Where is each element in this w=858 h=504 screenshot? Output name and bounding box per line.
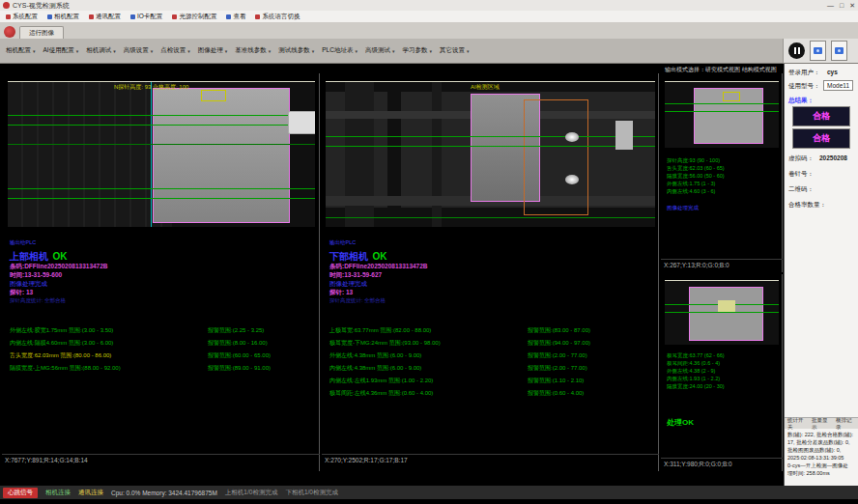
upper-camera-message: 上相机1/0检测完成: [225, 489, 278, 497]
menu-item-label: 系统配置: [13, 13, 38, 21]
tool-label: 相机配置: [6, 46, 31, 55]
alarm-range: 报警范围:(2.00 - 77.00): [528, 364, 587, 373]
heartbeat-badge: 心跳信号: [3, 488, 38, 498]
menu-item-icon: [226, 14, 231, 19]
tool-label: 高级测试: [365, 46, 390, 55]
menu-item-io-config[interactable]: IO卡配置: [130, 13, 162, 21]
measurement-row: 极耳宽度-下MG:24mm 范围:(93.00 - 98.00)报警范围:(94…: [329, 339, 656, 351]
measurement-value: 外侧左线:4.38 (2 - 9): [667, 367, 725, 375]
menu-item-icon: [130, 14, 135, 19]
camera-name: 上部相机: [10, 251, 48, 262]
chevron-down-icon: ▾: [33, 48, 36, 54]
tool-label: 图像处理: [198, 46, 223, 55]
tool-camera-debug[interactable]: 相机调试▾: [86, 46, 116, 55]
chevron-down-icon: ▾: [392, 48, 395, 54]
camera-image-side-2[interactable]: [665, 280, 779, 345]
measurement-value: 极耳宽度:63.77 (62 - 66): [667, 351, 725, 359]
toggle-stats[interactable]: 统计开关: [787, 417, 808, 431]
menu-item-light-config[interactable]: 光源控制配置: [172, 13, 216, 21]
camera-view-side-1[interactable]: 探针高度:93 (90 - 100) 舌头宽度:62.03 (60 - 65) …: [661, 73, 783, 272]
camera-image-left[interactable]: N探针高度: 93 合格高度: 100: [8, 81, 315, 227]
menu-item-comm-config[interactable]: 通讯配置: [89, 13, 121, 21]
menu-item-label: 相机配置: [54, 13, 79, 21]
tool-label: 基准线参数: [235, 46, 267, 55]
process-status-text: 图像处理完成: [667, 205, 699, 211]
tool-label: 相机调试: [86, 46, 111, 55]
camera-image-side-1[interactable]: [665, 81, 779, 148]
menu-item-view[interactable]: 查看: [226, 13, 245, 21]
pause-button[interactable]: [788, 42, 805, 59]
menu-bar: 系统配置 相机配置 通讯配置 IO卡配置 光源控制配置 查看 系统语言切换: [0, 11, 858, 23]
measurement-row: 极耳间距:左线4.36mm 范围:(0.60 - 4.00)报警范围:(0.60…: [329, 389, 656, 402]
barcode-text: 条码:DFFline2025020813313472B: [10, 263, 108, 271]
orange-roi-box: [524, 99, 588, 215]
side-measurements: 极耳宽度:63.77 (62 - 66) 极耳间距:4.36 (0.6 - 4)…: [667, 351, 725, 390]
camera-icon: [814, 47, 822, 54]
app-logo-icon: [3, 2, 10, 9]
highlight-blob: [718, 300, 735, 312]
tool-image-process[interactable]: 图像处理▾: [198, 46, 228, 55]
plc-output-label: 输出给PLC: [10, 239, 36, 246]
model-value-box[interactable]: Mode11: [823, 80, 853, 91]
toggle-record[interactable]: 横排记录: [836, 417, 856, 431]
maximize-button[interactable]: □: [840, 2, 844, 10]
tool-learn-params[interactable]: 学习参数▾: [402, 46, 432, 55]
camera-1-button[interactable]: [810, 41, 826, 61]
tool-camera-config[interactable]: 相机配置▾: [6, 46, 36, 55]
alarm-range: 报警范围:(83.00 - 87.00): [528, 326, 590, 335]
minimize-button[interactable]: —: [827, 2, 834, 10]
toggle-batch[interactable]: 批量显示: [812, 417, 832, 431]
side-measurements: 探针高度:93 (90 - 100) 舌头宽度:62.03 (60 - 65) …: [667, 156, 725, 195]
measurement-value: 极耳间距:4.36 (0.6 - 4): [667, 359, 725, 367]
tool-label: 测试线参数: [278, 46, 310, 55]
window-title: CYS-视觉检测系统: [13, 1, 70, 11]
app-window: CYS-视觉检测系统 — □ ✕ 系统配置 相机配置 通讯配置 IO卡配置 光源…: [0, 0, 858, 504]
menu-item-icon: [47, 14, 52, 19]
code-label: 虚拟码：: [788, 154, 814, 163]
menu-item-icon: [6, 14, 11, 19]
result-line: 上部相机 OK: [10, 246, 67, 264]
tool-baseline-params[interactable]: 基准线参数▾: [235, 46, 271, 55]
stats-line: 2025:02:08-13:31:39:05: [787, 454, 857, 462]
tool-ai-config[interactable]: AI使用配置▾: [43, 46, 79, 55]
camera-link-status: 相机连接: [45, 489, 71, 497]
pixel-coords-readout: X:270;Y:2502;R:17;G:17;B:17: [322, 454, 659, 463]
menu-item-label: 系统语言切换: [262, 13, 300, 21]
alarm-range: 报警范围:(8.00 - 16.00): [208, 339, 268, 348]
panel-toggle-strip: 统计开关 批量显示 横排记录: [785, 417, 858, 429]
measurement-row: 内侧左线:隔膜4.60mm 范围:(3.00 - 6.00)报警范围:(8.00…: [10, 339, 317, 351]
tool-plc-address[interactable]: PLC地址表▾: [322, 46, 358, 55]
stats-line: 17, 批检分差废品数(辅): 0,: [787, 438, 857, 446]
tool-advanced-test[interactable]: 高级测试▾: [365, 46, 395, 55]
part-region-overlay: [689, 287, 763, 341]
close-button[interactable]: ✕: [849, 2, 855, 10]
process-status-text: 处理OK: [667, 417, 694, 428]
toolbar: 相机配置▾ AI使用配置▾ 相机调试▾ 高级设置▾ 点检设置▾ 图像处理▾ 基准…: [0, 39, 783, 64]
stats-line: 数(辅): 222, 批检合格数(辅):: [787, 431, 857, 438]
tool-spot-check[interactable]: 点检设置▾: [160, 46, 190, 55]
green-guide-line: [326, 146, 655, 147]
alarm-range: 报警范围:(1.10 - 2.10): [528, 377, 584, 385]
tab-run-image[interactable]: 运行图像: [19, 26, 64, 39]
lower-camera-message: 下相机1/0检测完成: [285, 489, 338, 497]
tool-test-line-params[interactable]: 测试线参数▾: [278, 46, 314, 55]
image-overlay-text: AI检测区域: [471, 83, 500, 92]
tool-advanced-settings[interactable]: 高级设置▾: [124, 46, 154, 55]
tool-label: 学习参数: [402, 46, 427, 55]
menu-item-system-config[interactable]: 系统配置: [6, 13, 38, 21]
code-value: 20250208: [819, 154, 847, 161]
menu-item-camera-config[interactable]: 相机配置: [47, 13, 79, 21]
tool-other-settings[interactable]: 其它设置▾: [440, 46, 470, 55]
alarm-range: 报警范围:(2.25 - 3.25): [208, 326, 264, 335]
camera-2-button[interactable]: [831, 41, 847, 61]
model-label: 使用型号：: [788, 82, 820, 91]
camera-view-left[interactable]: N探针高度: 93 合格高度: 100 输出给PLC 上部相机 OK 条码:DF…: [2, 73, 320, 471]
camera-view-side-2[interactable]: 极耳宽度:63.77 (62 - 66) 极耳间距:4.36 (0.6 - 4)…: [661, 274, 783, 471]
green-guide-line: [8, 115, 315, 116]
camera-view-center[interactable]: AI检测区域 输出给PLC 下部相机 OK 条码:DFFline20250208…: [322, 73, 659, 471]
menu-item-language[interactable]: 系统语言切换: [255, 13, 300, 21]
camera-image-center[interactable]: AI检测区域: [326, 81, 655, 227]
measurement-value: 上极耳宽:63.77mm 范围:(82.00 - 88.00): [329, 327, 431, 333]
alarm-range: 报警范围:(60.00 - 65.00): [208, 351, 271, 360]
chevron-down-icon: ▾: [355, 48, 358, 54]
